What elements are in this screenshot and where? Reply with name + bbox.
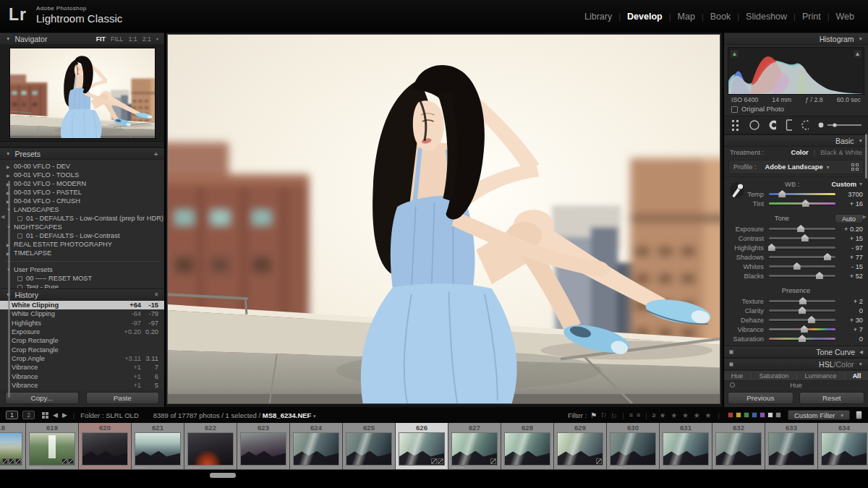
filmstrip-cell[interactable]: 627·····: [448, 423, 501, 469]
edit-status-icon[interactable]: ≡: [629, 411, 633, 419]
module-library[interactable]: Library: [578, 12, 618, 22]
hsl-tab-hue[interactable]: Hue: [731, 372, 744, 380]
collapse-triangle-icon[interactable]: ▼: [859, 138, 863, 143]
preset-item[interactable]: Test - Pure: [0, 283, 164, 288]
collapse-triangle-icon[interactable]: ▼: [6, 36, 10, 41]
histogram[interactable]: ▲ ▲: [728, 47, 864, 95]
navigator-thumbnail[interactable]: [9, 48, 156, 139]
module-web[interactable]: Web: [830, 12, 861, 22]
collapse-triangle-icon[interactable]: ◀: [859, 349, 863, 355]
color-label-chip[interactable]: [775, 412, 781, 418]
preset-group[interactable]: ▶00-04 VFLO - CRUSH: [0, 197, 164, 205]
rating-operator-icon[interactable]: ≥: [652, 411, 656, 419]
clear-history-button[interactable]: ×: [154, 291, 158, 299]
hsl-tab-all[interactable]: All: [853, 372, 861, 380]
filmstrip-cell[interactable]: 621·····: [132, 423, 184, 469]
slider-track[interactable]: [769, 338, 835, 340]
second-window-button[interactable]: 2: [22, 411, 35, 419]
preset-item[interactable]: 00 ----- RESET MOST: [0, 274, 164, 283]
main-window-button[interactable]: 1: [6, 411, 18, 419]
slider-thumb[interactable]: [768, 244, 775, 251]
edit-badge-icon[interactable]: [596, 458, 602, 464]
history-step[interactable]: Vibrance+17: [0, 363, 164, 372]
disclosure-triangle-icon[interactable]: ▶: [7, 173, 14, 178]
slider-track[interactable]: [769, 328, 835, 330]
color-label-chip[interactable]: [760, 412, 765, 418]
photo-thumbnail[interactable]: [610, 432, 656, 466]
slider-thumb[interactable]: [799, 297, 807, 304]
photo-thumbnail[interactable]: [82, 432, 128, 466]
filmstrip-cell[interactable]: 634: [818, 423, 868, 469]
photo-thumbnail[interactable]: [663, 432, 709, 466]
edit-badge-icon[interactable]: [2, 458, 8, 464]
photo-thumbnail[interactable]: [399, 432, 445, 466]
collapse-triangle-icon[interactable]: ▼: [6, 151, 10, 156]
navigator-preview[interactable]: [0, 45, 164, 142]
slider-track[interactable]: [769, 228, 835, 230]
edit-badge-icon[interactable]: [438, 458, 443, 464]
flag-unflagged-icon[interactable]: ⚐: [600, 411, 607, 419]
photo-thumbnail[interactable]: [135, 432, 181, 466]
slider-track[interactable]: [769, 247, 835, 249]
history-step[interactable]: Vibrance+16: [0, 372, 164, 380]
photo-thumbnail[interactable]: [715, 432, 762, 466]
history-step[interactable]: Exposure+0.200.20: [0, 328, 164, 336]
grid-view-icon[interactable]: [42, 412, 48, 419]
star-rating-filter[interactable]: ★ ★ ★ ★ ★: [660, 411, 713, 419]
color-label-chip[interactable]: [752, 412, 757, 418]
slider-track[interactable]: [769, 265, 835, 267]
filmstrip-cell[interactable]: 623: [237, 423, 289, 469]
slider-thumb[interactable]: [808, 316, 815, 323]
treatment-bw-option[interactable]: Black & White: [820, 149, 862, 156]
history-step[interactable]: White Clipping+64-15: [0, 301, 164, 309]
filmstrip-cell[interactable]: 620: [79, 423, 131, 469]
chevron-down-icon[interactable]: ▾: [313, 414, 316, 419]
wb-dropdown-icon[interactable]: ▾: [859, 181, 862, 187]
previous-photo-icon[interactable]: ◀: [53, 411, 58, 419]
slider-thumb[interactable]: [797, 225, 804, 232]
preset-item[interactable]: 01 - DEFAULTS - Low-Contast (prep for HD…: [0, 214, 164, 223]
module-map[interactable]: Map: [671, 12, 702, 22]
previous-button[interactable]: Previous: [728, 392, 793, 404]
filmstrip-cell[interactable]: 632: [712, 423, 765, 469]
history-step[interactable]: Crop Rectangle: [0, 336, 164, 345]
filmstrip-cell[interactable]: 628: [501, 423, 553, 469]
flag-pick-icon[interactable]: ⚑: [590, 411, 597, 419]
module-develop[interactable]: Develop: [621, 12, 669, 22]
main-photo[interactable]: [168, 35, 720, 403]
auto-tone-button[interactable]: Auto: [835, 214, 863, 223]
selection-status[interactable]: 8389 of 17787 photos / 1 selected / MS8_…: [153, 411, 316, 419]
photo-thumbnail[interactable]: [504, 432, 550, 466]
photo-thumbnail[interactable]: [187, 432, 234, 466]
red-eye-tool-icon[interactable]: [768, 119, 776, 132]
history-step[interactable]: Crop Rectangle: [0, 345, 164, 354]
edit-badge-icon[interactable]: [9, 458, 14, 464]
navigator-header[interactable]: ▼ Navigator FITFILL1:12:1▾: [0, 33, 164, 45]
flag-reject-icon[interactable]: ⚐: [610, 411, 617, 419]
target-adjust-icon[interactable]: [730, 382, 735, 388]
radial-filter-tool-icon[interactable]: [801, 119, 809, 132]
photo-thumbnail[interactable]: [821, 432, 867, 466]
color-label-chip[interactable]: [728, 412, 733, 418]
hsl-tab-saturation[interactable]: Saturation: [759, 372, 788, 380]
module-print[interactable]: Print: [796, 12, 827, 22]
filmstrip-cell[interactable]: 633: [765, 423, 817, 469]
filter-switch-icon[interactable]: [856, 411, 862, 419]
preset-group[interactable]: ▶00-03 VFLO - PASTEL: [0, 188, 164, 197]
add-preset-button[interactable]: +: [154, 150, 158, 158]
spot-removal-tool-icon[interactable]: [749, 119, 760, 132]
edit-badge-icon[interactable]: [431, 458, 437, 464]
histogram-header[interactable]: Histogram ▼: [724, 33, 868, 45]
left-panel-scrollbar[interactable]: [8, 181, 10, 398]
photo-thumbnail[interactable]: [557, 432, 603, 466]
preset-group[interactable]: ▶00-02 VFLO - MODERN: [0, 179, 164, 188]
adjustment-brush-tool-icon[interactable]: [817, 119, 861, 132]
filmstrip-cell[interactable]: 626: [396, 423, 448, 469]
graduated-filter-tool-icon[interactable]: [785, 119, 792, 132]
shadow-clipping-indicator[interactable]: ▲: [730, 49, 739, 59]
slider-thumb[interactable]: [778, 190, 786, 197]
collapse-triangle-icon[interactable]: ▼: [859, 36, 863, 41]
slider-track[interactable]: [769, 275, 835, 277]
history-step[interactable]: Vibrance+15: [0, 381, 164, 390]
edit-badge-icon[interactable]: [490, 458, 496, 464]
